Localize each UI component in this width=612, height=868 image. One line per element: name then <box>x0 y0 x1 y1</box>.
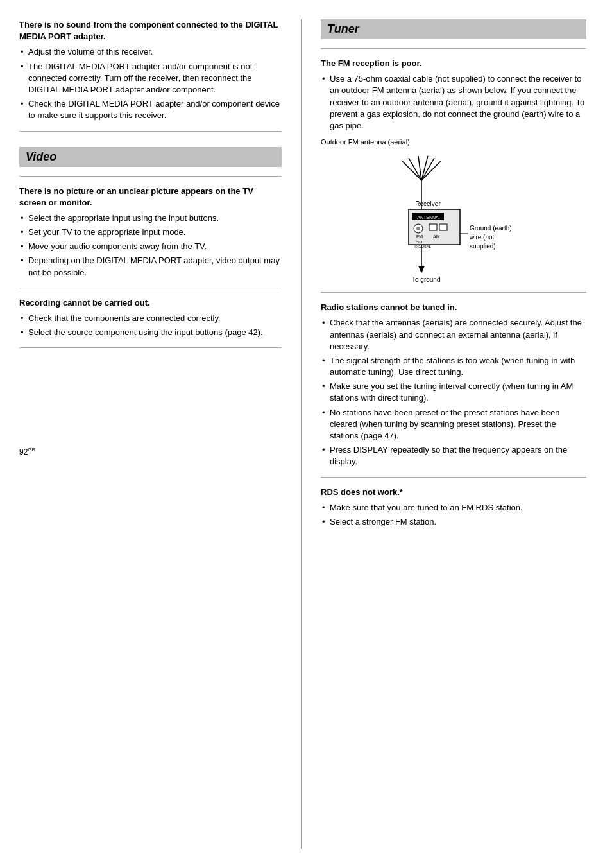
list-item: Make sure you set the tuning interval co… <box>321 381 586 404</box>
sound-section: There is no sound from the component con… <box>19 19 282 122</box>
page-number: 92GB <box>19 447 282 456</box>
list-item: Select the appropriate input using the i… <box>19 213 282 224</box>
svg-text:wire (not: wire (not <box>469 234 495 241</box>
svg-text:ANTENNA: ANTENNA <box>417 215 439 220</box>
svg-rect-15 <box>429 224 437 230</box>
picture-title: There is no picture or an unclear pictur… <box>19 186 282 209</box>
picture-section: There is no picture or an unclear pictur… <box>19 186 282 279</box>
svg-text:COAXIAL: COAXIAL <box>414 245 432 248</box>
rds-list: Make sure that you are tuned to an FM RD… <box>321 502 586 528</box>
svg-text:supplied): supplied) <box>470 243 496 250</box>
divider <box>19 131 282 132</box>
svg-text:Receiver: Receiver <box>415 200 441 207</box>
fm-section: The FM reception is poor. Use a 75-ohm c… <box>321 58 586 283</box>
recording-section: Recording cannot be carried out. Check t… <box>19 297 282 339</box>
list-item: Adjust the volume of this receiver. <box>19 46 282 58</box>
radio-section: Radio stations cannot be tuned in. Check… <box>321 302 586 467</box>
divider <box>19 347 282 348</box>
svg-text:To ground: To ground <box>412 276 440 283</box>
tuner-section-title: Tuner <box>321 19 586 39</box>
list-item: Check that the components are connected … <box>19 313 282 324</box>
list-item: Depending on the DIGITAL MEDIA PORT adap… <box>19 255 282 278</box>
antenna-label: Outdoor FM antenna (aerial) <box>321 138 586 146</box>
divider <box>321 477 586 478</box>
divider <box>321 48 586 49</box>
recording-list: Check that the components are connected … <box>19 313 282 338</box>
sound-list: Adjust the volume of this receiver. The … <box>19 46 282 121</box>
picture-list: Select the appropriate input using the i… <box>19 213 282 279</box>
divider <box>19 176 282 177</box>
list-item: Check that the antennas (aerials) are co… <box>321 317 586 352</box>
page: There is no sound from the component con… <box>0 0 612 868</box>
divider <box>19 288 282 288</box>
list-item: Select a stronger FM station. <box>321 516 586 528</box>
antenna-svg: ANTENNA FM 75Ω COAXIAL AM Receiver <box>370 148 537 283</box>
list-item: Check the DIGITAL MEDIA PORT adapter and… <box>19 98 282 121</box>
list-item: Move your audio components away from the… <box>19 241 282 252</box>
list-item: The signal strength of the stations is t… <box>321 355 586 378</box>
fm-list: Use a 75-ohm coaxial cable (not supplied… <box>321 73 586 132</box>
list-item: Select the source component using the in… <box>19 327 282 338</box>
antenna-diagram: Outdoor FM antenna (aerial) A <box>321 138 586 283</box>
left-column: There is no sound from the component con… <box>19 19 302 849</box>
page-num-value: 92 <box>19 447 28 456</box>
list-item: Set your TV to the appropriate input mod… <box>19 227 282 238</box>
svg-text:Ground (earth): Ground (earth) <box>470 225 512 232</box>
list-item: The DIGITAL MEDIA PORT adapter and/or co… <box>19 61 282 96</box>
svg-text:75Ω: 75Ω <box>415 240 423 244</box>
radio-title: Radio stations cannot be tuned in. <box>321 302 586 313</box>
list-item: No stations have been preset or the pres… <box>321 407 586 442</box>
list-item: Use a 75-ohm coaxial cable (not supplied… <box>321 73 586 132</box>
rds-title: RDS does not work.* <box>321 487 586 498</box>
svg-rect-16 <box>439 224 447 230</box>
list-item: Press DISPLAY repeatedly so that the fre… <box>321 444 586 467</box>
radio-list: Check that the antennas (aerials) are co… <box>321 317 586 467</box>
divider <box>321 292 586 293</box>
fm-title: The FM reception is poor. <box>321 58 586 69</box>
rds-section: RDS does not work.* Make sure that you a… <box>321 487 586 528</box>
sound-title: There is no sound from the component con… <box>19 19 282 42</box>
svg-text:AM: AM <box>433 234 440 239</box>
svg-marker-20 <box>418 266 425 273</box>
page-superscript: GB <box>28 447 35 453</box>
video-section-title: Video <box>19 147 282 167</box>
svg-text:FM: FM <box>416 234 423 239</box>
right-column: Tuner The FM reception is poor. Use a 75… <box>302 19 586 849</box>
list-item: Make sure that you are tuned to an FM RD… <box>321 502 586 514</box>
svg-point-11 <box>416 227 420 230</box>
recording-title: Recording cannot be carried out. <box>19 297 282 309</box>
